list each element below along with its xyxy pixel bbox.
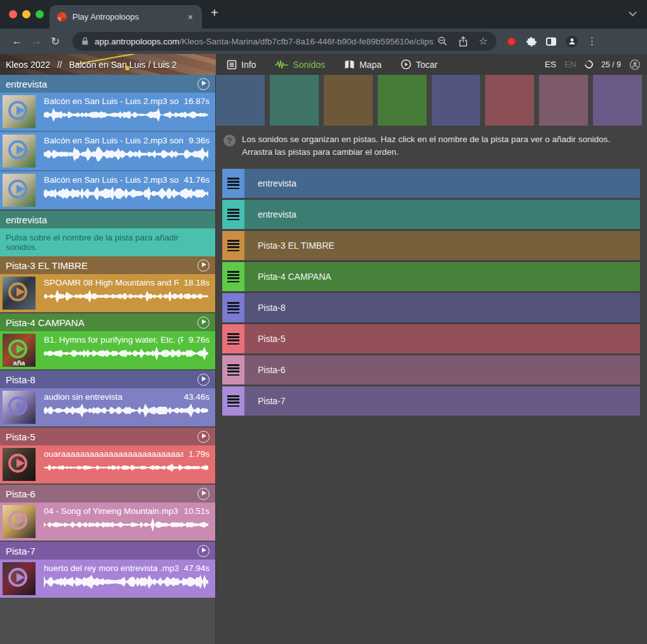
address-bar[interactable]: app.antropoloops.com /Kleos-Santa-Marina… <box>72 32 497 51</box>
track-row[interactable]: entrevista <box>222 169 640 198</box>
new-tab-button[interactable]: + <box>211 6 218 20</box>
lang-en-button[interactable]: EN <box>564 60 577 69</box>
share-icon[interactable] <box>458 36 468 47</box>
clip-thumbnail[interactable] <box>3 95 36 128</box>
clip-item[interactable]: Balcón en San Luis - Luis 2.mp3 sonido h… <box>0 93 215 131</box>
drag-handle[interactable] <box>222 293 244 322</box>
track-header[interactable]: entrevista <box>0 75 215 93</box>
track-row[interactable]: Pista-4 CAMPANA <box>222 262 640 291</box>
track-row[interactable]: Pista-6 <box>222 355 640 384</box>
browser-tab[interactable]: Play Antropoloops × <box>50 5 202 29</box>
clip-play-icon[interactable] <box>8 282 27 301</box>
track-row-body[interactable]: Pista-5 <box>244 324 640 353</box>
close-tab-icon[interactable]: × <box>187 12 194 22</box>
track-row[interactable]: entrevista <box>222 200 640 229</box>
clip-waveform[interactable] <box>44 574 210 589</box>
reload-button[interactable]: ↻ <box>46 35 65 48</box>
clip-item[interactable]: SPOAMR 08 High Mountains and Running ...… <box>0 274 215 312</box>
clip-item[interactable]: 04 - Song of Yimeng Mountain.mp3 10.51s <box>0 503 215 541</box>
extensions-puzzle-icon[interactable] <box>526 36 537 47</box>
clip-waveform[interactable] <box>44 186 210 201</box>
track-row[interactable]: Pista-5 <box>222 324 640 353</box>
clip-item[interactable]: ouaraaaaaaaaaaaaaaaaaaaaaaaaaaaaaaaaaa..… <box>0 445 215 483</box>
clip-waveform[interactable] <box>44 403 210 418</box>
clip-play-icon[interactable] <box>8 140 27 159</box>
track-row-body[interactable]: Pista-7 <box>244 386 640 416</box>
clip-play-icon[interactable] <box>8 568 27 587</box>
clip-item[interactable]: huerto del rey moro entrevista .mp3 47.9… <box>0 560 215 598</box>
clip-waveform[interactable] <box>44 107 210 122</box>
track-row[interactable]: Pista-7 <box>222 386 640 416</box>
track-row-body[interactable]: Pista-3 EL TIMBRE <box>244 231 640 260</box>
clip-waveform[interactable] <box>44 289 210 304</box>
track-play-button[interactable] <box>197 488 210 500</box>
clip-thumbnail[interactable] <box>3 135 36 168</box>
clip-item[interactable]: aña B1. Hymns for purifying water, Etc. … <box>0 331 215 369</box>
tab-search-chevron-icon[interactable] <box>629 8 637 16</box>
side-panel-icon[interactable] <box>546 37 556 46</box>
browser-menu-icon[interactable]: ⋮ <box>587 36 597 47</box>
drag-handle[interactable] <box>222 355 244 384</box>
track-play-button[interactable] <box>197 545 210 557</box>
track-row-body[interactable]: Pista-4 CAMPANA <box>244 262 640 291</box>
clip-play-icon[interactable] <box>8 180 27 199</box>
drag-handle[interactable] <box>222 262 244 291</box>
track-header[interactable]: Pista-6 <box>0 485 215 503</box>
clip-play-icon[interactable] <box>8 101 27 120</box>
clip-play-icon[interactable] <box>8 511 27 530</box>
close-window-button[interactable] <box>9 10 17 18</box>
clip-play-icon[interactable] <box>8 454 27 473</box>
profile-avatar[interactable] <box>566 36 578 48</box>
track-header[interactable]: entrevista <box>0 211 215 228</box>
track-header[interactable]: Pista-8 <box>0 371 215 388</box>
track-row[interactable]: Pista-3 EL TIMBRE <box>222 231 640 260</box>
clip-thumbnail[interactable] <box>3 448 36 481</box>
track-row-body[interactable]: entrevista <box>244 169 640 198</box>
clip-item[interactable]: audion sin entrevista 43.46s <box>0 388 215 426</box>
drag-handle[interactable] <box>222 169 244 198</box>
clip-play-icon[interactable] <box>8 397 27 416</box>
track-header[interactable]: Pista-3 EL TIMBRE <box>0 256 215 274</box>
drag-handle[interactable] <box>222 200 244 229</box>
track-row-body[interactable]: Pista-8 <box>244 293 640 322</box>
clip-thumbnail[interactable] <box>3 391 36 424</box>
clip-waveform[interactable] <box>44 346 210 361</box>
clip-item[interactable]: Balcón en San Luis - Luis 2.mp3 sonido h… <box>0 171 215 209</box>
drag-handle[interactable] <box>222 231 244 260</box>
account-icon[interactable] <box>629 59 641 70</box>
clip-waveform[interactable] <box>44 147 210 162</box>
drag-handle[interactable] <box>222 324 244 353</box>
track-play-button[interactable] <box>197 431 210 443</box>
track-header[interactable]: Pista-5 <box>0 428 215 445</box>
clip-play-icon[interactable] <box>8 339 27 358</box>
clip-thumbnail[interactable] <box>3 505 36 538</box>
bookmark-star-icon[interactable]: ☆ <box>479 36 488 46</box>
clip-thumbnail[interactable] <box>3 174 36 207</box>
track-header[interactable]: Pista-4 CAMPANA <box>0 313 215 331</box>
track-play-button[interactable] <box>197 260 210 272</box>
recording-extension-icon[interactable] <box>507 37 516 46</box>
track-row[interactable]: Pista-8 <box>222 293 640 322</box>
lang-es-button[interactable]: ES <box>545 60 556 69</box>
clip-thumbnail[interactable] <box>3 277 36 310</box>
track-play-button[interactable] <box>197 374 210 386</box>
zoom-window-button[interactable] <box>36 10 44 18</box>
forward-button[interactable]: → <box>27 35 46 48</box>
minimize-window-button[interactable] <box>22 10 30 18</box>
nav-tocar[interactable]: Tocar <box>401 59 437 70</box>
nav-mapa[interactable]: Mapa <box>344 60 382 70</box>
back-button[interactable]: ← <box>8 35 27 48</box>
clip-item[interactable]: Balcón en San Luis - Luis 2.mp3 sonido h… <box>0 132 215 170</box>
track-row-body[interactable]: entrevista <box>244 200 640 229</box>
drag-handle[interactable] <box>222 386 244 416</box>
clip-thumbnail[interactable] <box>3 562 36 595</box>
track-play-button[interactable] <box>197 78 210 90</box>
nav-info[interactable]: Info <box>227 60 256 70</box>
track-row-body[interactable]: Pista-6 <box>244 355 640 384</box>
track-header[interactable]: Pista-7 <box>0 542 215 560</box>
clip-waveform[interactable] <box>44 460 210 475</box>
breadcrumb-project[interactable]: Kleos 2022 <box>6 60 50 70</box>
track-play-button[interactable] <box>197 317 210 329</box>
zoom-out-icon[interactable] <box>437 36 448 46</box>
clip-thumbnail[interactable]: aña <box>3 334 36 367</box>
